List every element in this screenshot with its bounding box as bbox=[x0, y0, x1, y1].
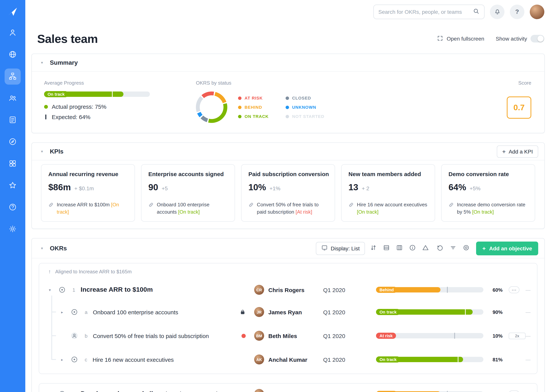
help-button[interactable]: ? bbox=[510, 5, 524, 19]
kpi-linked-okr[interactable]: Convert 50% of free trials to paid subsc… bbox=[257, 202, 329, 216]
okrs-by-status-label: OKRS by status bbox=[196, 80, 324, 86]
kpi-card[interactable]: Paid subscription conversion 10%+1% Conv… bbox=[241, 164, 335, 222]
collapse-caret-icon[interactable]: ▾ bbox=[41, 246, 45, 250]
owner-cell[interactable]: JRJames Ryan bbox=[254, 307, 323, 317]
collapse-caret-icon[interactable]: ▾ bbox=[41, 61, 45, 65]
question-mark-icon: ? bbox=[515, 8, 519, 15]
status-badge: On track bbox=[376, 309, 400, 315]
kpi-card[interactable]: Annual recurring revenue $86m+ $0.1m Inc… bbox=[41, 164, 135, 222]
progress-percent: 10% bbox=[488, 333, 509, 339]
tree-connector bbox=[51, 335, 56, 336]
sidebar-item-settings[interactable] bbox=[5, 221, 21, 237]
sidebar-item-favorites[interactable] bbox=[5, 178, 21, 194]
okrs-title: OKRs bbox=[50, 245, 67, 252]
kpi-card[interactable]: New team members added 13+ 2 Hire 16 new… bbox=[341, 164, 435, 222]
add-kpi-button[interactable]: +Add a KPI bbox=[497, 145, 538, 158]
row-menu-button[interactable]: ⋯ bbox=[509, 286, 519, 293]
alert-dot-icon bbox=[241, 334, 246, 338]
kpi-linked-okr[interactable]: Increase demo conversion rate by 5% [On … bbox=[457, 202, 529, 216]
sidebar-item-globe[interactable] bbox=[5, 47, 21, 63]
sidebar-item-org-chart[interactable] bbox=[5, 69, 21, 84]
aligned-label[interactable]: Aligned to Increase ARR to $165m bbox=[55, 269, 132, 274]
legend-dot-icon bbox=[286, 105, 289, 109]
average-progress-block: Average Progress On track Actual progres… bbox=[44, 80, 171, 123]
key-result-title[interactable]: Convert 50% of free trials to paid subsc… bbox=[93, 332, 209, 339]
kpi-card[interactable]: Enterprise accounts signed 90+5 Onboard … bbox=[141, 164, 235, 222]
owner-name: James Ryan bbox=[268, 309, 302, 315]
kpi-cards: Annual recurring revenue $86m+ $0.1m Inc… bbox=[32, 161, 544, 229]
key-result-row[interactable]: b Convert 50% of free trials to paid sub… bbox=[39, 324, 537, 348]
owner-name: Beth Miles bbox=[268, 332, 297, 339]
expected-tick bbox=[454, 333, 455, 339]
key-result-row[interactable]: ▸ c Hire 16 new account executives AKAnc… bbox=[39, 348, 537, 371]
owner-cell[interactable]: CRChris Rogers bbox=[254, 285, 323, 295]
key-result-title[interactable]: Onboard 100 enterprise accounts bbox=[93, 309, 178, 315]
legend-item: BEHIND bbox=[238, 105, 278, 110]
legend-item: NOT STARTED bbox=[286, 114, 324, 119]
open-fullscreen-button[interactable]: Open fullscreen bbox=[437, 35, 484, 42]
expand-caret-icon[interactable]: ▾ bbox=[47, 288, 53, 292]
sidebar-item-team[interactable] bbox=[5, 90, 21, 106]
search-input[interactable] bbox=[378, 9, 473, 15]
objective-target-icon bbox=[58, 285, 67, 294]
owner-cell[interactable]: AKAnchal Kumar bbox=[254, 355, 323, 364]
user-avatar[interactable] bbox=[530, 5, 544, 19]
kpi-linked-okr[interactable]: Increase ARR to $100m [On track] bbox=[57, 202, 129, 216]
kpi-status: [On track] bbox=[178, 209, 200, 215]
page-title: Sales team bbox=[37, 32, 98, 46]
timeframe: Q1 2020 bbox=[323, 332, 376, 339]
objective-title[interactable]: Increase ARR to $100m bbox=[80, 286, 153, 294]
profile-icon bbox=[8, 28, 17, 38]
sidebar-item-notes[interactable] bbox=[5, 112, 21, 128]
columns-view-button[interactable] bbox=[393, 242, 406, 255]
sidebar-item-profile[interactable] bbox=[5, 25, 21, 41]
legend-item: ON TRACK bbox=[238, 114, 278, 119]
filter-button[interactable] bbox=[447, 242, 459, 255]
star-icon bbox=[8, 181, 17, 190]
objective-title[interactable]: Develop and expand vibrant partner ecosy… bbox=[80, 390, 227, 392]
display-mode-button[interactable]: Display: List bbox=[316, 242, 365, 255]
focus-button[interactable] bbox=[460, 242, 472, 255]
sidebar-item-compass[interactable] bbox=[5, 134, 21, 150]
owner-cell[interactable]: BMBeth Miles bbox=[254, 331, 323, 341]
sidebar-item-help[interactable] bbox=[5, 199, 21, 216]
status-badge: Behind bbox=[376, 287, 397, 293]
row-menu-button[interactable]: ⋯ bbox=[509, 391, 519, 392]
collapse-caret-icon[interactable]: ▾ bbox=[41, 149, 45, 154]
search-icon bbox=[473, 8, 479, 16]
progress-percent: 60% bbox=[488, 391, 509, 392]
objective-row[interactable]: ▾ 2 Develop and expand vibrant partner e… bbox=[39, 384, 537, 392]
expected-tick bbox=[458, 357, 458, 363]
kpis-title: KPIs bbox=[50, 148, 64, 155]
key-result-row[interactable]: ▸ a Onboard 100 enterprise accounts JRJa… bbox=[39, 300, 537, 324]
apps-grid-icon bbox=[8, 159, 17, 169]
sidebar-item-apps[interactable] bbox=[5, 156, 21, 172]
link-icon bbox=[148, 202, 154, 216]
objective-row[interactable]: ▾ 1 Increase ARR to $100m CRChris Rogers… bbox=[39, 280, 537, 300]
kpi-card[interactable]: Demo conversion rate 64%+5% Increase dem… bbox=[441, 164, 535, 222]
compass-icon bbox=[8, 137, 17, 147]
owner-cell[interactable]: CRChris Rogers bbox=[254, 389, 323, 392]
score-dash: — bbox=[526, 333, 537, 339]
add-objective-button[interactable]: +Add an objective bbox=[476, 241, 538, 255]
notifications-button[interactable] bbox=[490, 5, 504, 19]
warning-button[interactable] bbox=[419, 242, 432, 255]
kpis-panel: ▾ KPIs +Add a KPI Annual recurring reven… bbox=[31, 142, 545, 229]
key-result-title[interactable]: Hire 16 new account executives bbox=[93, 356, 174, 363]
kpi-title: Enterprise accounts signed bbox=[148, 171, 229, 177]
history-button[interactable] bbox=[434, 242, 446, 255]
expand-caret-icon[interactable]: ▸ bbox=[59, 357, 65, 362]
kpi-linked-okr[interactable]: Hire 16 new account executives [On track… bbox=[357, 202, 429, 216]
summary-panel-head: ▾ Summary bbox=[32, 54, 544, 72]
timeframe: Q1 2020 bbox=[323, 309, 376, 315]
sort-button[interactable] bbox=[367, 242, 379, 255]
multiplier-badge[interactable]: 2x bbox=[509, 332, 526, 339]
show-activity-toggle[interactable] bbox=[530, 35, 544, 42]
notes-icon bbox=[8, 115, 17, 125]
info-button[interactable] bbox=[406, 242, 419, 255]
kpi-value: 64% bbox=[449, 182, 466, 193]
expand-caret-icon[interactable]: ▸ bbox=[59, 310, 65, 314]
legend-item: CLOSED bbox=[286, 96, 324, 100]
kpi-linked-okr[interactable]: Onboard 100 enterprise accounts [On trac… bbox=[157, 202, 229, 216]
list-view-button[interactable] bbox=[380, 242, 392, 255]
